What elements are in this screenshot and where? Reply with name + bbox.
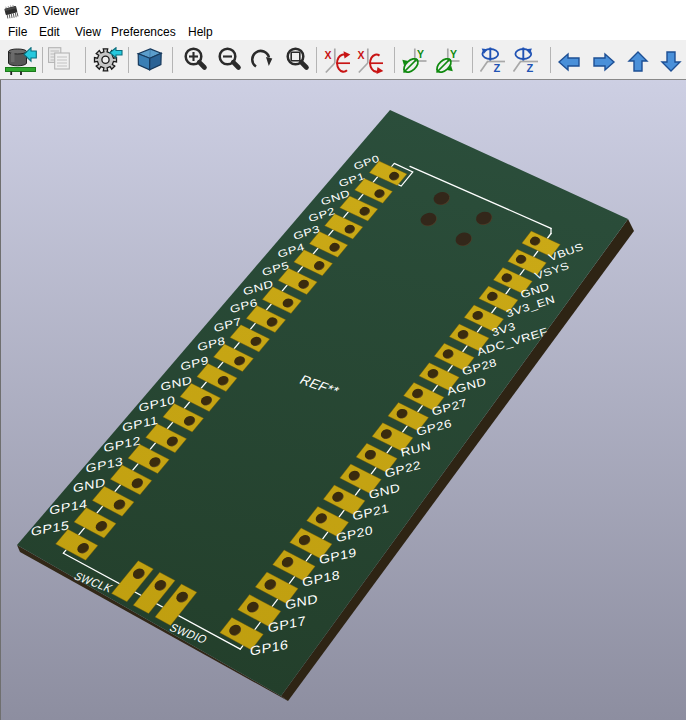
svg-text:Z: Z bbox=[527, 62, 534, 74]
svg-text:Y: Y bbox=[450, 48, 457, 60]
svg-text:X: X bbox=[325, 49, 332, 61]
svg-text:Y: Y bbox=[417, 48, 424, 60]
svg-text:X: X bbox=[358, 49, 365, 61]
svg-text:Z: Z bbox=[494, 62, 501, 74]
